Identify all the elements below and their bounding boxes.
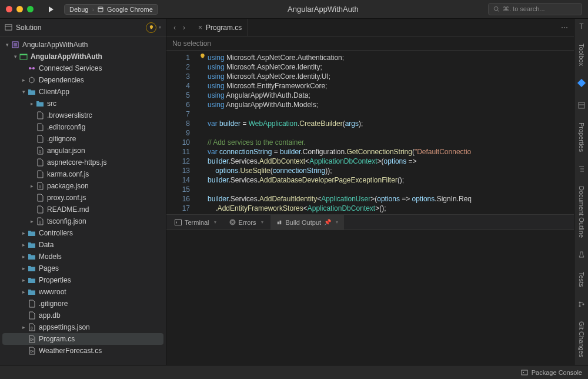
file-icon [28, 300, 35, 308]
svg-point-31 [582, 303, 584, 305]
svg-rect-0 [98, 7, 103, 12]
chevron-down-icon[interactable]: ▾ [159, 25, 161, 30]
tree-gitignore1[interactable]: .gitignore [0, 133, 166, 145]
folder-icon [28, 241, 36, 248]
solution-pad: Solution ▾ ▾AngularAppWithAuth ▾AngularA… [0, 19, 166, 365]
browser-icon [98, 6, 103, 12]
folder-icon [28, 277, 36, 284]
close-window-button[interactable] [6, 6, 12, 12]
tree-controllers[interactable]: ▸Controllers [0, 227, 166, 239]
svg-rect-24 [579, 102, 584, 108]
hints-button[interactable] [146, 22, 156, 33]
tab-terminal[interactable]: Terminal▾ [169, 215, 222, 230]
tab-overflow-button[interactable]: ⋯ [555, 24, 574, 32]
tree-weatherforecast[interactable]: C#WeatherForecast.cs [0, 345, 166, 357]
file-icon [36, 123, 44, 131]
folder-icon [28, 88, 36, 95]
maximize-window-button[interactable] [27, 6, 34, 12]
connected-icon [28, 64, 36, 72]
tree-angular-json[interactable]: {}angular.json [0, 145, 166, 157]
toolbox-icon: T [577, 22, 586, 31]
code-content[interactable]: using Microsoft.AspNetCore.Authenticatio… [196, 51, 574, 214]
svg-text:C#: C# [30, 338, 34, 341]
package-console-icon [521, 369, 528, 376]
tree-tsconfig[interactable]: ▸{}tsconfig.json [0, 215, 166, 227]
tree-proxy-conf[interactable]: proxy.conf.js [0, 192, 166, 204]
package-console-button[interactable]: Package Console [532, 369, 582, 376]
folder-icon [28, 253, 36, 260]
tree-package-json[interactable]: ▸{}package.json [0, 180, 166, 192]
tree-connected-services[interactable]: Connected Services [0, 62, 166, 74]
editor-area: ‹ › × Program.cs ⋯ No selection 12345678… [166, 19, 574, 365]
tree-appsettings[interactable]: ▸{}appsettings.json [0, 321, 166, 333]
svg-rect-7 [14, 43, 17, 46]
statusbar: Package Console [0, 365, 588, 379]
minimize-window-button[interactable] [16, 6, 23, 12]
line-gutter: 12345678910111213141516171819 [166, 51, 196, 214]
tree-src[interactable]: ▸src [0, 98, 166, 109]
lightbulb-hint[interactable] [199, 53, 206, 59]
svg-text:{}: {} [39, 220, 41, 224]
svg-point-2 [494, 6, 497, 10]
tree-appdb[interactable]: app.db [0, 310, 166, 321]
tree-models[interactable]: ▸Models [0, 251, 166, 262]
build-icon [276, 219, 283, 225]
terminal-icon [175, 220, 182, 225]
titlebar: Debug › Google Chrome AngularAppWithAuth… [0, 0, 588, 19]
svg-text:C#: C# [30, 350, 34, 353]
tree-gitignore2[interactable]: .gitignore [0, 298, 166, 310]
run-button[interactable] [44, 4, 58, 15]
dependencies-icon [28, 76, 36, 84]
tab-label: Program.cs [206, 24, 242, 32]
tree-clientapp[interactable]: ▾ClientApp [0, 86, 166, 98]
tree-karma-conf[interactable]: karma.conf.js [0, 168, 166, 180]
tab-program-cs[interactable]: × Program.cs [192, 19, 248, 36]
run-config-selector[interactable]: Debug › Google Chrome [64, 4, 158, 15]
solution-header-label: Solution [16, 24, 41, 32]
tree-aspnet-https[interactable]: aspnetcore-https.js [0, 157, 166, 168]
svg-text:{}: {} [39, 185, 41, 188]
file-icon [36, 135, 44, 143]
folder-icon [28, 288, 36, 295]
tab-errors[interactable]: Errors▾ [223, 215, 269, 230]
pad-git-changes[interactable]: Git Changes [578, 319, 585, 360]
tree-dependencies[interactable]: ▸Dependencies [0, 74, 166, 86]
tree-browserslistrc[interactable]: .browserslistrc [0, 109, 166, 121]
pad-properties[interactable]: Properties [578, 120, 585, 154]
svg-text:{}: {} [31, 326, 33, 330]
tree-wwwroot[interactable]: ▸wwwroot [0, 286, 166, 298]
build-output-panel[interactable] [166, 230, 574, 365]
svg-text:T: T [579, 22, 584, 31]
nav-forward-button[interactable]: › [181, 22, 188, 33]
tree-properties[interactable]: ▸Properties [0, 274, 166, 286]
tree-readme[interactable]: README.md [0, 204, 166, 215]
chevron-down-icon: ▾ [336, 220, 338, 225]
svg-rect-22 [279, 221, 281, 224]
json-icon: {} [36, 147, 44, 155]
tree-pages[interactable]: ▸Pages [0, 262, 166, 274]
pad-toolbox[interactable]: Toolbox [578, 41, 585, 68]
tab-close-button[interactable]: × [198, 24, 202, 32]
window-controls [6, 6, 34, 12]
tab-build-output[interactable]: Build Output 📌▾ [270, 215, 345, 230]
tree-solution-root[interactable]: ▾AngularAppWithAuth [0, 39, 166, 51]
tree-program-cs[interactable]: C#Program.cs [2, 333, 163, 345]
cs-icon: C# [28, 335, 35, 343]
folder-icon [36, 100, 44, 107]
solution-tree: ▾AngularAppWithAuth ▾AngularAppWithAuth … [0, 36, 166, 365]
nav-back-button[interactable]: ‹ [171, 22, 178, 33]
properties-icon [577, 101, 586, 109]
global-search[interactable]: ⌘. to search... [488, 3, 582, 15]
pin-icon[interactable]: 📌 [324, 219, 331, 225]
target-label: Google Chrome [107, 6, 153, 13]
pad-document-outline[interactable]: Document Outline [578, 184, 585, 240]
folder-icon [28, 265, 36, 272]
file-icon [36, 111, 44, 119]
tree-editorconfig[interactable]: .editorconfig [0, 121, 166, 133]
pad-tests[interactable]: Tests [578, 270, 585, 290]
tree-project[interactable]: ▾AngularAppWithAuth [0, 51, 166, 62]
editor-breadcrumb[interactable]: No selection [166, 36, 574, 51]
tree-data[interactable]: ▸Data [0, 239, 166, 251]
code-editor[interactable]: 12345678910111213141516171819 using Micr… [166, 51, 574, 214]
file-icon [28, 311, 35, 320]
